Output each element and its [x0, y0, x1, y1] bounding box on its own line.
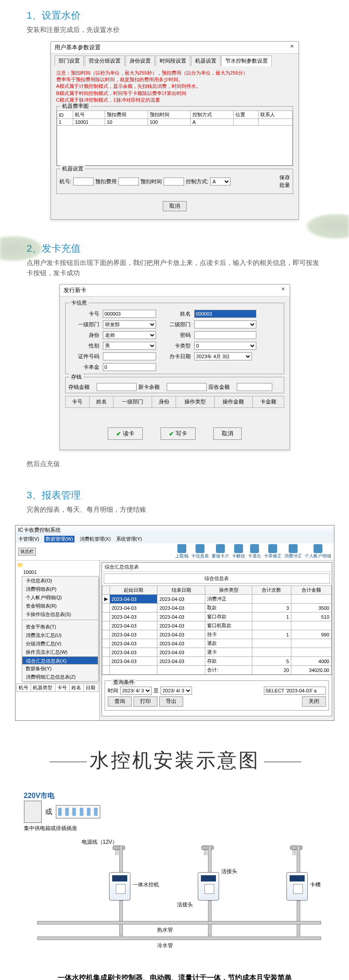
inp-cardbase[interactable]: [103, 363, 156, 371]
inp-newbal[interactable]: [167, 383, 207, 391]
inp-idno[interactable]: [103, 352, 156, 360]
sm-cardops[interactable]: 卡操作综合信息表(S): [22, 610, 98, 619]
report-row[interactable]: ▶2023-04-032023-04-03消费冲正: [102, 595, 331, 604]
inp-cardno[interactable]: [103, 310, 156, 318]
report-row[interactable]: 2023-04-032023-04-03退款: [102, 639, 331, 648]
menu-system[interactable]: 系统管理(Y): [116, 536, 142, 542]
report-row[interactable]: 2023-04-032023-04-03窗口存款1510: [102, 612, 331, 621]
sel-mode[interactable]: A: [210, 178, 231, 186]
rate-table-row[interactable]: 1 10001 10 100 A: [57, 119, 292, 126]
sm-spend[interactable]: 消费明细表(P): [22, 585, 98, 593]
report-row[interactable]: 2023-04-032023-04-03窗口机取款: [102, 621, 331, 630]
rh-4: 合计金额: [291, 586, 331, 595]
inp-sql[interactable]: [264, 687, 326, 695]
btn-save[interactable]: 保存: [279, 174, 290, 182]
inp-deposit[interactable]: [97, 383, 137, 391]
l-identity: 身份: [68, 332, 99, 339]
l-cardtype: 卡类型: [160, 342, 191, 350]
tool-fixlib[interactable]: 卡库修正: [264, 544, 282, 559]
sm-spendsum[interactable]: 消费明细汇总信息表(Z): [22, 673, 98, 681]
tool-account[interactable]: 个人帐户明细: [305, 544, 331, 559]
btn-close[interactable]: 关闭: [302, 696, 326, 707]
gh-2: 卡号: [55, 684, 69, 692]
btn-statusbar[interactable]: 状态栏: [18, 548, 36, 556]
sm-cardinfo[interactable]: 卡信息表(O): [22, 577, 98, 585]
h-time: 预扣时间: [148, 111, 191, 119]
pipe-cold: [37, 937, 321, 940]
sm-level[interactable]: 分级消费汇总(V): [22, 640, 98, 648]
sel-date[interactable]: 2023年 4月 3日: [194, 352, 252, 360]
report-row[interactable]: 合计:2034020.00: [102, 666, 331, 675]
c-pos: [233, 119, 258, 126]
fs-deposit-legend: 存钱: [69, 373, 83, 381]
tree-root[interactable]: 10001: [16, 569, 98, 575]
sel-t2[interactable]: 2023/ 4/ 3: [161, 687, 192, 695]
dlg-new-card: 发行新卡 × 卡信息 卡号 姓名 一级部门 研发部 二级部门 身份 老师 密码: [59, 284, 290, 450]
report-row[interactable]: 2023-04-032023-04-03挂卡1990: [102, 630, 331, 639]
lbl-hot: 热水管: [157, 926, 173, 934]
l-jh: 机号:: [59, 178, 71, 186]
inp-name[interactable]: [194, 310, 256, 318]
sel-identity[interactable]: 老师: [103, 331, 156, 339]
menu-machine[interactable]: 消费机管理(X): [80, 536, 111, 542]
tab-identity[interactable]: 身份设置: [125, 55, 155, 66]
app-title: IC卡收费控制系统: [16, 526, 334, 535]
sel-t1[interactable]: 2023/ 4/ 3: [120, 687, 152, 695]
sel-dept2[interactable]: [194, 320, 256, 328]
sel-dept1[interactable]: 研发部: [103, 320, 156, 328]
tab-water-params[interactable]: 节水控制参数设置: [221, 55, 272, 66]
sel-gender[interactable]: 男: [103, 342, 156, 350]
inp-receivable[interactable]: [237, 383, 272, 391]
btn-cancel[interactable]: 取消: [163, 201, 187, 211]
btn-batch[interactable]: 批量: [279, 182, 290, 189]
fs-machine: 机器设置 机号: 预扣费用 预扣时间 控制方式: A 保存 批量: [56, 169, 293, 194]
c-time: 100: [148, 119, 191, 126]
inp-fee[interactable]: [118, 178, 139, 186]
sm-balance[interactable]: 资金平衡表(T): [22, 623, 98, 631]
close-icon[interactable]: ×: [288, 43, 295, 50]
inp-time[interactable]: [164, 178, 184, 186]
l-time: 预扣时间: [141, 178, 162, 186]
tab-timeslot[interactable]: 时间段设置: [156, 55, 190, 66]
inp-jh[interactable]: [73, 178, 94, 186]
btn-cancel2[interactable]: 取消: [213, 427, 242, 440]
th-optype: 操作类型: [176, 396, 214, 408]
report-row[interactable]: 2023-04-032023-04-03取款33500: [102, 604, 331, 612]
close-icon[interactable]: ×: [279, 285, 286, 292]
l-dept2: 二级部门: [160, 321, 191, 328]
btn-read[interactable]: ✔读卡: [108, 427, 143, 440]
sm-personal[interactable]: 个人帐户明细(Q): [22, 593, 98, 602]
tool-exit[interactable]: 卡退出: [248, 544, 261, 559]
btn-write[interactable]: ✔写卡: [161, 427, 196, 440]
sm-backup[interactable]: 数据备份(Y): [22, 664, 98, 673]
psu-group: 或: [24, 801, 325, 823]
tab-dept[interactable]: 部门设置: [55, 55, 84, 66]
report-row[interactable]: 2023-04-032023-04-03退卡: [102, 648, 331, 657]
th-cardno: 卡号: [65, 396, 89, 408]
tab-bizgroup[interactable]: 营业分组设置: [85, 55, 125, 66]
submenu-data: 卡信息表(O) 消费明细表(P) 个人帐户明细(Q) 资金明细表(R) 卡操作综…: [22, 576, 98, 682]
btn-export[interactable]: 导出: [159, 696, 183, 707]
tool-cardinfo[interactable]: 卡信息表: [191, 544, 209, 559]
tool-unhold[interactable]: 卡解挂: [232, 544, 245, 559]
btn-print[interactable]: 打印: [133, 696, 157, 707]
lbl-wire: 电源线（12V）: [82, 838, 118, 846]
l-name: 姓名: [160, 310, 191, 318]
tab-machine[interactable]: 机器设置: [191, 55, 220, 66]
sm-oper[interactable]: 操作员流水汇总(W): [22, 648, 98, 656]
menu-card[interactable]: 卡管理(V): [18, 536, 39, 542]
report-row[interactable]: 2023-04-032023-04-03存款54000: [102, 657, 331, 666]
sm-fund[interactable]: 资金明细表(R): [22, 602, 98, 610]
inp-pwd[interactable]: [194, 331, 256, 339]
sm-summary[interactable]: 综合汇总信息表(X): [22, 656, 98, 664]
tool-reverse[interactable]: 消费冲正: [284, 544, 302, 559]
h-id: ID: [57, 111, 73, 119]
tool-withdraw[interactable]: 上取钱: [175, 544, 188, 559]
tool-remake[interactable]: 重做卡片: [212, 544, 229, 559]
controller-icon: [286, 872, 308, 901]
sel-cardtype[interactable]: 0: [194, 342, 256, 350]
sm-flow[interactable]: 消费流水汇总(U): [22, 631, 98, 640]
menu-data[interactable]: 数据管理(W): [44, 536, 75, 542]
diagram-title: 水控机安装示意图: [0, 730, 349, 782]
btn-query[interactable]: 查询: [108, 696, 132, 707]
